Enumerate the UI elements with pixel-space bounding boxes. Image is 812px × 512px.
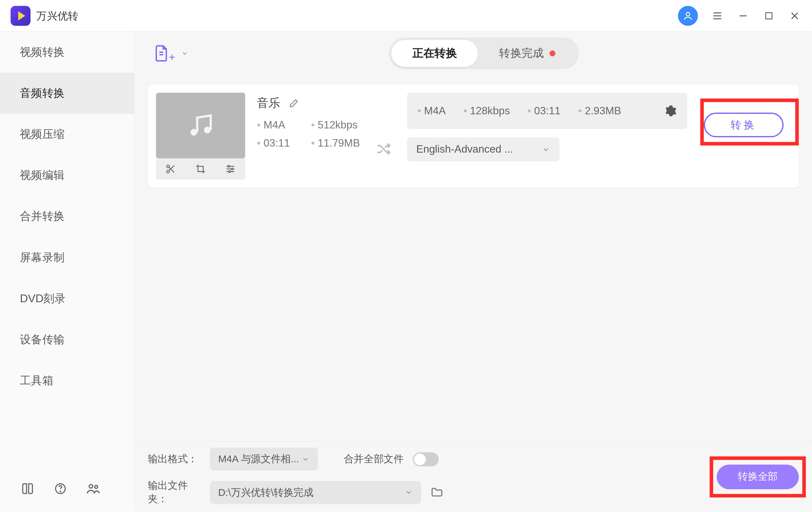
sidebar-item-device-transfer[interactable]: 设备传输 (0, 319, 135, 360)
gear-icon[interactable] (665, 105, 677, 117)
app-logo (10, 6, 30, 26)
contacts-icon[interactable] (86, 481, 101, 496)
svg-point-10 (89, 484, 92, 488)
src-format: M4A (257, 119, 290, 132)
out-bitrate: 128kbps (463, 105, 510, 117)
svg-point-21 (228, 165, 229, 167)
sidebar-item-audio-convert[interactable]: 音频转换 (0, 73, 135, 114)
status-tabs: 正在转换 转换完成 (389, 38, 579, 69)
add-plus-icon: + (169, 51, 175, 64)
src-duration: 03:11 (257, 137, 290, 150)
sidebar-item-toolbox[interactable]: 工具箱 (0, 360, 135, 401)
chevron-down-icon (405, 488, 413, 496)
output-folder-label: 输出文件夹： (148, 479, 201, 506)
convert-arrow-icon (375, 115, 392, 157)
sidebar-item-dvd-burn[interactable]: DVD刻录 (0, 278, 135, 319)
sidebar-item-merge-convert[interactable]: 合并转换 (0, 196, 135, 237)
sidebar-item-video-compress[interactable]: 视频压缩 (0, 114, 135, 155)
add-file-button[interactable]: + (148, 40, 194, 67)
src-bitrate: 512kbps (311, 119, 359, 132)
help-icon[interactable] (53, 481, 68, 496)
titlebar: 万兴优转 (0, 0, 812, 32)
svg-point-0 (686, 12, 690, 16)
adjust-icon[interactable] (225, 164, 235, 174)
badge-dot-icon (550, 51, 556, 56)
menu-icon[interactable] (711, 9, 724, 22)
file-card: 音乐 M4A 512kbps 03:11 11.79MB (148, 84, 799, 188)
out-format: M4A (417, 105, 446, 117)
user-avatar[interactable] (678, 6, 698, 26)
minimize-icon[interactable] (737, 9, 750, 22)
merge-all-toggle[interactable] (413, 452, 439, 466)
output-format-label: 输出格式： (148, 452, 201, 465)
svg-point-14 (167, 165, 170, 168)
sidebar-item-video-edit[interactable]: 视频编辑 (0, 155, 135, 196)
music-note-icon (187, 112, 214, 139)
maximize-icon[interactable] (762, 9, 775, 22)
edit-title-icon[interactable] (289, 98, 299, 108)
language-select[interactable]: English-Advanced ... (407, 137, 559, 161)
svg-point-15 (167, 170, 170, 173)
output-folder-value: D:\万兴优转\转换完成 (218, 485, 313, 499)
output-format-select[interactable]: M4A 与源文件相... (210, 448, 318, 470)
output-settings-box[interactable]: M4A 128kbps 03:11 2.93MB (407, 93, 688, 129)
bottombar: 输出格式： M4A 与源文件相... 合并全部文件 输出文件夹： D:\万兴优转… (135, 441, 812, 511)
out-size: 2.93MB (578, 105, 621, 117)
output-format-value: M4A 与源文件相... (218, 452, 299, 465)
cut-icon[interactable] (166, 164, 176, 174)
svg-point-22 (231, 168, 233, 170)
svg-point-9 (60, 491, 61, 492)
output-folder-select[interactable]: D:\万兴优转\转换完成 (210, 481, 421, 504)
sidebar-item-screen-record[interactable]: 屏幕录制 (0, 237, 135, 278)
out-duration: 03:11 (527, 105, 560, 117)
convert-all-button[interactable]: 转换全部 (717, 464, 799, 489)
open-folder-icon[interactable] (431, 486, 443, 499)
crop-icon[interactable] (195, 164, 206, 174)
chevron-down-icon (301, 455, 310, 463)
sidebar: 视频转换 音频转换 视频压缩 视频编辑 合并转换 屏幕录制 DVD刻录 设备传输… (0, 32, 135, 511)
chevron-down-icon (542, 145, 550, 153)
svg-point-23 (229, 171, 230, 172)
language-value: English-Advanced ... (416, 143, 513, 155)
app-title: 万兴优转 (36, 8, 79, 23)
tab-converting[interactable]: 正在转换 (391, 40, 478, 67)
convert-button[interactable]: 转换 (704, 113, 783, 137)
close-icon[interactable] (788, 9, 801, 22)
manual-icon[interactable] (20, 481, 35, 496)
src-size: 11.79MB (311, 137, 359, 150)
merge-all-label: 合并全部文件 (344, 452, 404, 465)
tab-done[interactable]: 转换完成 (478, 40, 577, 67)
svg-rect-5 (765, 12, 772, 19)
thumbnail-tools (156, 158, 245, 179)
sidebar-item-video-convert[interactable]: 视频转换 (0, 32, 135, 73)
svg-point-11 (95, 485, 98, 488)
file-thumbnail[interactable] (156, 93, 245, 158)
item-title: 音乐 (257, 95, 280, 111)
